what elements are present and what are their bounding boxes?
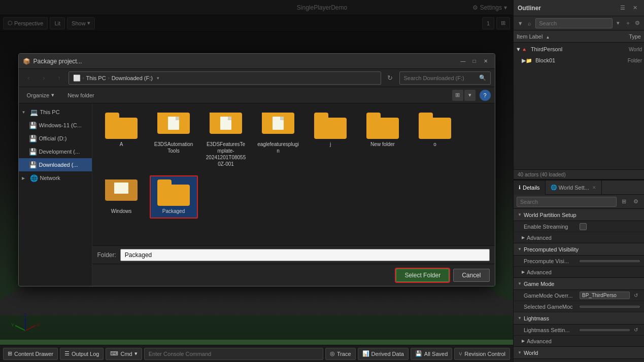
file-item-eagle[interactable]: eaglefeaturesplugin — [254, 108, 302, 171]
prop-gamemode-overr[interactable]: GameMode Overr... BP_ThirdPerso ↺ — [514, 290, 644, 301]
tab-world-settings[interactable]: 🌐 World Sett... ✕ — [546, 180, 602, 195]
prop-label: Selected GameMoc — [524, 304, 580, 310]
search-bar[interactable]: 🔍 — [399, 71, 491, 85]
console-input[interactable] — [144, 348, 323, 360]
dialog-close-button[interactable]: ✕ — [481, 56, 491, 66]
refresh-button[interactable]: ↻ — [384, 72, 396, 84]
section-precomputed-visibility[interactable]: ▼ Precomputed Visibility — [514, 243, 644, 256]
prop-enable-streaming[interactable]: Enable Streaming — [514, 221, 644, 232]
section-expand-icon: ▼ — [518, 316, 522, 320]
sub-section-advanced-3[interactable]: ▶ Advanced — [514, 336, 644, 347]
file-item-o[interactable]: o — [411, 108, 459, 171]
sub-section-advanced-2[interactable]: ▶ Advanced — [514, 267, 644, 278]
view-toggle-button[interactable]: ⊞ — [452, 90, 463, 101]
sort-asc-icon: ▲ — [546, 35, 550, 40]
file-label: New folder — [370, 141, 395, 148]
gamemode-value[interactable]: BP_ThirdPerso — [580, 292, 630, 299]
outliner-settings-icon[interactable]: ⚙ — [633, 18, 641, 28]
tree-expand-icon: ▼ — [516, 46, 521, 52]
nav-node-official-d[interactable]: 💾 Official (D:) — [19, 132, 92, 145]
file-item-e3ds-feat[interactable]: E3DSFeaturesTemplate-20241201T080550Z-00… — [202, 108, 250, 171]
breadcrumb-part-2[interactable]: Downloaded (F:) — [112, 75, 153, 81]
all-saved-button[interactable]: 💾 All Saved — [411, 348, 452, 360]
organize-button[interactable]: Organize ▾ — [23, 90, 59, 101]
file-item-packaged[interactable]: Packaged — [150, 175, 198, 219]
tab-details[interactable]: ℹ Details — [514, 180, 546, 195]
tree-item-type: Folder — [617, 58, 642, 63]
folder-input[interactable] — [120, 249, 490, 261]
file-dialog: 📦 Package project... — □ ✕ ‹ › ↑ ⬜ › Thi… — [18, 53, 495, 286]
dialog-toolbar: ‹ › ↑ ⬜ › This PC › Downloaded (F:) ▾ ↻ … — [19, 69, 495, 87]
prop-value — [580, 260, 640, 262]
cancel-button[interactable]: Cancel — [453, 269, 489, 282]
file-item-new-folder[interactable]: New folder — [359, 108, 407, 171]
filter-icon[interactable]: ▼ — [517, 18, 524, 28]
section-lightmass[interactable]: ▼ Lightmass — [514, 312, 644, 324]
dialog-minimize-button[interactable]: — — [458, 56, 468, 66]
prop-precompute-visi[interactable]: Precompute Visi... — [514, 256, 644, 267]
select-folder-button[interactable]: Select Folder — [396, 269, 449, 282]
enable-streaming-checkbox[interactable] — [580, 223, 587, 230]
new-folder-button[interactable]: New folder — [62, 90, 99, 101]
prop-lightmass-settin[interactable]: Lightmass Settin... ↺ — [514, 324, 644, 336]
reset-lightmass-icon[interactable]: ↺ — [632, 326, 640, 334]
address-dropdown-icon[interactable]: ▾ — [157, 76, 159, 81]
view-dropdown-button[interactable]: ▾ — [464, 90, 476, 101]
trace-button[interactable]: ◎ Trace — [325, 348, 356, 360]
outliner-search-input[interactable] — [535, 18, 613, 28]
nav-node-windows-11[interactable]: 💾 Windows-11 (C... — [19, 119, 92, 132]
derived-data-button[interactable]: 📊 Derived Data — [358, 348, 409, 360]
file-item-windows[interactable]: Windows — [97, 175, 146, 219]
forward-button[interactable]: › — [38, 72, 50, 84]
file-item-j[interactable]: j — [307, 108, 355, 171]
details-grid-icon[interactable]: ⊞ — [619, 197, 629, 207]
nav-node-network[interactable]: ▶ 🌐 Network — [19, 171, 92, 185]
tab-close-icon[interactable]: ✕ — [592, 185, 596, 190]
nav-node-development[interactable]: 💾 Development (... — [19, 145, 92, 158]
breadcrumb-part-1[interactable]: This PC — [86, 75, 106, 81]
prop-selected-gamemod[interactable]: Selected GameMoc — [514, 301, 644, 312]
cmd-button[interactable]: ⌨ Cmd ▾ — [106, 348, 142, 360]
file-item-e3ds-auto[interactable]: E3DSAutomation Tools — [150, 108, 198, 171]
outliner-menu-icon[interactable]: ☰ — [618, 3, 628, 13]
folder-icon — [419, 113, 451, 139]
tree-item-type: World — [617, 47, 642, 52]
outliner-close-icon[interactable]: ✕ — [630, 3, 640, 13]
search-input[interactable] — [404, 75, 477, 81]
folder-label: Folder: — [97, 251, 116, 259]
reset-gamemode-icon[interactable]: ↺ — [632, 292, 640, 300]
subsection-expand-icon: ▶ — [522, 270, 525, 274]
file-label: o — [433, 141, 436, 148]
section-expand-icon: ▼ — [518, 281, 522, 286]
help-button[interactable]: ? — [480, 90, 491, 101]
details-search-input[interactable] — [517, 197, 617, 207]
up-button[interactable]: ↑ — [53, 72, 65, 84]
dialog-title: Package project... — [33, 58, 458, 65]
add-actor-icon[interactable]: ＋ — [624, 18, 632, 28]
output-log-button[interactable]: ☰ Output Log — [60, 348, 104, 360]
dialog-maximize-button[interactable]: □ — [469, 56, 480, 66]
tree-item-0[interactable]: ▼ 🔺 ThirdPersonl World — [514, 44, 644, 55]
sub-section-advanced-4[interactable]: ▶ Advanced — [514, 359, 644, 362]
details-settings-icon[interactable]: ⚙ — [631, 197, 641, 207]
details-content: ▼ World Partition Setup Enable Streaming… — [514, 209, 644, 362]
tree-item-1[interactable]: ▶ 📁 Block01 Folder — [514, 55, 644, 66]
content-drawer-button[interactable]: ⊞ Content Drawer — [3, 348, 58, 360]
address-bar[interactable]: ⬜ › This PC › Downloaded (F:) ▾ — [69, 71, 381, 85]
sub-section-advanced-1[interactable]: ▶ Advanced — [514, 232, 644, 243]
file-label: E3DSFeaturesTemplate-20241201T080550Z-00… — [205, 141, 247, 167]
file-item-a[interactable]: A — [97, 108, 146, 171]
dialog-overlay: 📦 Package project... — □ ✕ ‹ › ↑ ⬜ › Thi… — [0, 0, 513, 340]
section-game-mode[interactable]: ▼ Game Mode — [514, 278, 644, 290]
right-panel: Outliner ☰ ✕ ▼ ⌕ ▾ ＋ ⚙ Item Label ▲ Type… — [513, 0, 644, 362]
chevron-down-icon[interactable]: ▾ — [615, 18, 622, 28]
back-button[interactable]: ‹ — [23, 72, 35, 84]
search-options-icon[interactable]: ⌕ — [526, 18, 534, 28]
section-world-partition[interactable]: ▼ World Partition Setup — [514, 209, 644, 221]
nav-node-this-pc[interactable]: ▼ 💻 This PC — [19, 105, 92, 119]
revision-control-button[interactable]: ⑂ Revision Control — [454, 348, 510, 360]
nav-node-downloaded[interactable]: 💾 Downloaded (... — [19, 158, 92, 171]
folder-icon — [157, 113, 190, 139]
cmd-icon: ⌨ — [110, 350, 118, 357]
section-world[interactable]: ▼ World — [514, 347, 644, 359]
